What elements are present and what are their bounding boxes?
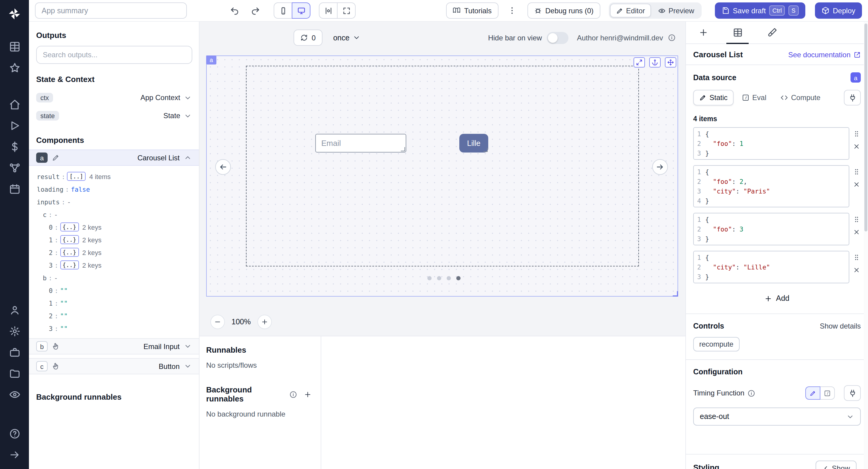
- carousel-dot[interactable]: [456, 276, 461, 280]
- state-row[interactable]: state State: [29, 107, 199, 125]
- help-icon[interactable]: [9, 428, 20, 439]
- settings-icon[interactable]: [9, 325, 20, 337]
- email-input-component[interactable]: Email: [315, 134, 406, 153]
- info-icon[interactable]: [289, 390, 297, 398]
- drag-handle-icon[interactable]: [853, 130, 860, 137]
- schedule-dropdown[interactable]: once: [333, 33, 360, 42]
- tab-component-settings[interactable]: [720, 22, 755, 43]
- timing-static-button[interactable]: [805, 386, 820, 400]
- remove-item-icon[interactable]: [853, 267, 860, 274]
- debug-runs-button[interactable]: Debug runs (0): [527, 2, 600, 19]
- editor-tab[interactable]: Editor: [610, 4, 651, 18]
- more-menu-button[interactable]: [504, 3, 520, 19]
- tree-row[interactable]: 2:"": [29, 309, 199, 322]
- center-canvas-button[interactable]: [319, 2, 338, 19]
- zoom-in-button[interactable]: [257, 315, 272, 329]
- remove-item-icon[interactable]: [853, 143, 860, 150]
- redo-button[interactable]: [247, 3, 263, 19]
- tab-insert-component[interactable]: [686, 22, 720, 43]
- scrollbar[interactable]: [864, 22, 868, 469]
- schedules-icon[interactable]: [9, 183, 20, 195]
- tree-row[interactable]: c:-: [29, 208, 199, 221]
- info-icon[interactable]: [668, 34, 676, 41]
- mode-compute-button[interactable]: Compute: [775, 90, 827, 105]
- undo-button[interactable]: [227, 3, 242, 19]
- hide-bar-toggle[interactable]: [547, 32, 568, 44]
- tree-row[interactable]: b:-: [29, 271, 199, 284]
- carousel-next-button[interactable]: [652, 159, 668, 175]
- mode-eval-button[interactable]: f Eval: [736, 90, 772, 105]
- json-editor[interactable]: 1{2 "city": "Lille"3}: [693, 251, 849, 283]
- see-documentation-link[interactable]: See documentation: [788, 50, 861, 59]
- folders-icon[interactable]: [9, 368, 20, 379]
- chevron-down-icon[interactable]: [184, 342, 192, 350]
- drag-handle-icon[interactable]: [853, 216, 860, 223]
- remove-item-icon[interactable]: [853, 228, 860, 236]
- carousel-prev-button[interactable]: [215, 159, 231, 175]
- deploy-button[interactable]: Deploy: [815, 2, 862, 19]
- tree-row[interactable]: 3:{..}2 keys: [29, 259, 199, 271]
- runs-icon[interactable]: [9, 120, 20, 131]
- save-draft-button[interactable]: Save draft CtrlS: [715, 2, 805, 19]
- tree-row[interactable]: inputs:-: [29, 195, 199, 208]
- add-item-button[interactable]: Add: [758, 291, 796, 306]
- json-editor[interactable]: 1{2 "foo": 33}: [693, 213, 849, 245]
- chevron-up-icon[interactable]: [184, 154, 192, 162]
- show-details-link[interactable]: Show details: [820, 322, 861, 330]
- json-editor[interactable]: 1{2 "foo": 2,3 "city": "Paris"4}: [693, 165, 849, 207]
- tree-row[interactable]: 0:{..}2 keys: [29, 221, 199, 233]
- carousel-dot[interactable]: [437, 276, 441, 280]
- search-outputs-input[interactable]: [36, 46, 192, 64]
- timing-eval-button[interactable]: f: [820, 386, 835, 400]
- full-width-button[interactable]: [337, 2, 355, 19]
- scrollbar-thumb[interactable]: [864, 24, 867, 231]
- apps-icon[interactable]: [9, 41, 20, 53]
- anchor-component-button[interactable]: [649, 57, 661, 67]
- zoom-out-button[interactable]: [210, 315, 225, 329]
- favorites-icon[interactable]: [9, 62, 20, 73]
- json-editor[interactable]: 1{2 "foo": 13}: [693, 127, 849, 160]
- connect-input-button[interactable]: [844, 90, 861, 105]
- chevron-down-icon[interactable]: [184, 362, 192, 370]
- drag-handle-icon[interactable]: [853, 254, 860, 261]
- timing-function-select[interactable]: ease-out: [693, 408, 861, 426]
- variables-icon[interactable]: [9, 141, 20, 153]
- remove-item-icon[interactable]: [853, 181, 860, 188]
- carousel-container[interactable]: [246, 66, 639, 267]
- selected-component-tag[interactable]: a: [206, 56, 216, 64]
- carousel-dot[interactable]: [447, 276, 451, 280]
- drag-handle-icon[interactable]: [853, 168, 860, 176]
- tree-row[interactable]: 1:{..}2 keys: [29, 233, 199, 246]
- canvas[interactable]: 0 once Hide bar on view Author henri@win…: [199, 22, 685, 336]
- component-row-a[interactable]: a Carousel List: [29, 150, 199, 166]
- tree-row[interactable]: 1:"": [29, 296, 199, 309]
- tree-row[interactable]: 3:"": [29, 322, 199, 335]
- edit-id-icon[interactable]: [52, 154, 60, 162]
- expand-component-button[interactable]: [633, 57, 645, 67]
- chevron-down-icon[interactable]: [184, 112, 192, 120]
- home-icon[interactable]: [9, 99, 20, 110]
- mobile-view-button[interactable]: [274, 2, 292, 19]
- mode-static-button[interactable]: Static: [693, 90, 734, 105]
- windmill-logo-icon[interactable]: [8, 7, 21, 21]
- add-background-runnable-button[interactable]: [302, 387, 314, 401]
- artboard[interactable]: a Email Lille: [206, 56, 678, 296]
- info-icon[interactable]: [747, 389, 755, 397]
- tab-global-styling[interactable]: [755, 22, 789, 43]
- button-component[interactable]: Lille: [459, 134, 488, 153]
- preview-tab[interactable]: Preview: [652, 4, 700, 18]
- component-row-b[interactable]: b Email Input: [29, 338, 199, 354]
- tree-row[interactable]: result:[..]4 items: [29, 170, 199, 183]
- tree-row[interactable]: 2:{..}2 keys: [29, 246, 199, 259]
- resources-icon[interactable]: [9, 162, 20, 174]
- timing-connect-button[interactable]: [844, 385, 861, 401]
- component-row-c[interactable]: c Button: [29, 358, 199, 374]
- tree-row[interactable]: loading:false: [29, 183, 199, 195]
- resize-handle[interactable]: [673, 291, 678, 296]
- user-icon[interactable]: [9, 305, 20, 316]
- styling-show-button[interactable]: Show: [815, 461, 857, 469]
- move-component-button[interactable]: [665, 57, 676, 67]
- recompute-chip[interactable]: recompute: [693, 337, 739, 351]
- carousel-dot[interactable]: [427, 276, 432, 280]
- expand-sidebar-icon[interactable]: [9, 449, 20, 461]
